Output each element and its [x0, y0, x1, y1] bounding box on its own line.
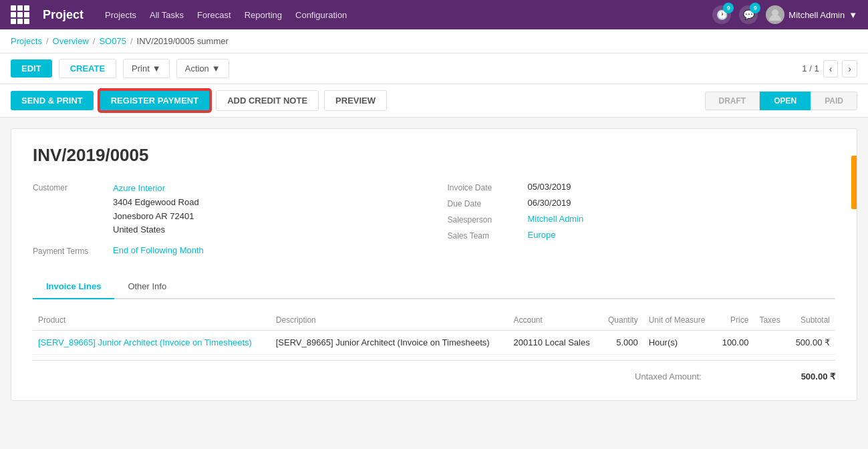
invoice-date-label: Invoice Date — [448, 182, 528, 192]
nav-forecast[interactable]: Forecast — [197, 10, 231, 20]
user-name: Mitchell Admin — [788, 10, 845, 20]
print-chevron-icon: ▼ — [152, 63, 161, 73]
preview-button[interactable]: PREVIEW — [324, 90, 387, 111]
pagination-prev-button[interactable]: ‹ — [823, 60, 839, 78]
col-account: Account — [509, 310, 601, 331]
nav-reporting[interactable]: Reporting — [245, 10, 282, 20]
row-taxes — [754, 331, 787, 355]
row-subtotal: 500.00 ₹ — [788, 331, 835, 355]
invoice-number: INV/2019/0005 — [33, 145, 835, 166]
pagination-text: 1 / 1 — [802, 63, 819, 73]
totals-table: Untaxed Amount: 500.00 ₹ — [635, 369, 835, 384]
clock-notification-btn[interactable]: 🕐 9 — [712, 5, 731, 24]
row-price: 100.00 — [714, 331, 754, 355]
col-quantity: Quantity — [600, 310, 643, 331]
col-taxes: Taxes — [754, 310, 787, 331]
payment-terms-value[interactable]: End of Following Month — [113, 245, 204, 255]
action-label: Action — [185, 63, 209, 73]
sales-team-field-row: Sales Team Europe — [448, 230, 836, 241]
salesperson-label: Salesperson — [448, 214, 528, 224]
invoice-date-field-row: Invoice Date 05/03/2019 — [448, 182, 836, 192]
breadcrumb-projects[interactable]: Projects — [11, 36, 42, 46]
print-label: Print — [132, 63, 150, 73]
add-credit-note-button[interactable]: ADD CREDIT NOTE — [216, 90, 319, 111]
card-accent — [851, 156, 857, 209]
status-steps: DRAFT OPEN PAID — [705, 92, 857, 110]
col-description: Description — [271, 310, 509, 331]
customer-label: Customer — [33, 182, 113, 192]
col-subtotal: Subtotal — [788, 310, 835, 331]
row-quantity: 5.000 — [600, 331, 643, 355]
send-print-button[interactable]: SEND & PRINT — [11, 91, 94, 110]
salesperson-value[interactable]: Mitchell Admin — [528, 214, 584, 224]
salesperson-field-row: Salesperson Mitchell Admin — [448, 214, 836, 224]
print-button[interactable]: Print ▼ — [123, 59, 170, 78]
row-description: [SERV_89665] Junior Architect (Invoice o… — [271, 331, 509, 355]
action-button[interactable]: Action ▼ — [176, 59, 229, 78]
action-bar: EDIT CREATE Print ▼ Action ▼ 1 / 1 ‹ › — [0, 53, 868, 84]
main-content: INV/2019/0005 Customer Azure Interior 34… — [0, 118, 868, 449]
app-grid-icon[interactable] — [11, 5, 29, 24]
status-paid[interactable]: PAID — [811, 92, 857, 110]
col-price: Price — [714, 310, 754, 331]
row-uom: Hour(s) — [643, 331, 715, 355]
edit-button[interactable]: EDIT — [11, 59, 52, 78]
status-open[interactable]: OPEN — [760, 92, 811, 110]
customer-address2: Jonesboro AR 72401 — [113, 210, 199, 224]
invoice-left-fields: Customer Azure Interior 3404 Edgewood Ro… — [33, 182, 421, 261]
customer-name-link[interactable]: Azure Interior — [113, 183, 165, 193]
payment-terms-field-row: Payment Terms End of Following Month — [33, 245, 421, 256]
totals-section: Untaxed Amount: 500.00 ₹ — [33, 360, 835, 384]
nav-all-tasks[interactable]: All Tasks — [150, 10, 184, 20]
breadcrumb-sep-3: / — [130, 36, 133, 46]
breadcrumb: Projects / Overview / SO075 / INV/2019/0… — [0, 29, 868, 53]
invoice-fields: Customer Azure Interior 3404 Edgewood Ro… — [33, 182, 835, 261]
nav-configuration[interactable]: Configuration — [295, 10, 347, 20]
topnav-right: 🕐 9 💬 9 Mitchell Admin ▼ — [712, 5, 857, 24]
invoice-right-fields: Invoice Date 05/03/2019 Due Date 06/30/2… — [448, 182, 836, 261]
breadcrumb-current: INV/2019/0005 summer — [137, 36, 229, 46]
breadcrumb-so075[interactable]: SO075 — [99, 36, 126, 46]
action-chevron-icon: ▼ — [212, 63, 221, 73]
breadcrumb-sep-2: / — [93, 36, 96, 46]
pagination: 1 / 1 ‹ › — [802, 60, 857, 78]
customer-value: Azure Interior 3404 Edgewood Road Jonesb… — [113, 182, 199, 237]
invoice-date-value: 05/03/2019 — [528, 182, 571, 192]
table-header-row: Product Description Account Quantity Uni… — [33, 310, 835, 331]
register-payment-button[interactable]: REGISTER PAYMENT — [99, 90, 210, 112]
tab-other-info[interactable]: Other Info — [114, 275, 180, 299]
due-date-value: 06/30/2019 — [528, 198, 571, 208]
breadcrumb-sep-1: / — [46, 36, 49, 46]
app-brand: Project — [43, 8, 84, 22]
user-dropdown-icon: ▼ — [849, 10, 857, 20]
pagination-next-button[interactable]: › — [842, 60, 857, 78]
row-product-link[interactable]: [SERV_89665] Junior Architect (Invoice o… — [38, 337, 252, 347]
user-menu-btn[interactable]: Mitchell Admin ▼ — [766, 5, 857, 24]
due-date-field-row: Due Date 06/30/2019 — [448, 198, 836, 208]
tabs-bar: Invoice Lines Other Info — [33, 275, 835, 299]
status-bar: SEND & PRINT REGISTER PAYMENT ADD CREDIT… — [0, 84, 868, 118]
untaxed-amount-value: 500.00 ₹ — [801, 371, 835, 382]
nav-projects[interactable]: Projects — [105, 10, 136, 20]
invoice-table: Product Description Account Quantity Uni… — [33, 310, 835, 355]
status-draft[interactable]: DRAFT — [705, 92, 760, 110]
sales-team-label: Sales Team — [448, 230, 528, 241]
row-product: [SERV_89665] Junior Architect (Invoice o… — [33, 331, 271, 355]
due-date-label: Due Date — [448, 198, 528, 208]
create-button[interactable]: CREATE — [59, 59, 116, 78]
payment-terms-label: Payment Terms — [33, 245, 113, 256]
customer-field-row: Customer Azure Interior 3404 Edgewood Ro… — [33, 182, 421, 237]
breadcrumb-overview[interactable]: Overview — [53, 36, 89, 46]
row-account: 200110 Local Sales — [509, 331, 601, 355]
sales-team-value[interactable]: Europe — [528, 230, 556, 240]
col-product: Product — [33, 310, 271, 331]
invoice-card: INV/2019/0005 Customer Azure Interior 34… — [11, 128, 857, 401]
messages-badge: 9 — [750, 3, 760, 13]
untaxed-amount-row: Untaxed Amount: 500.00 ₹ — [635, 369, 835, 384]
tab-invoice-lines[interactable]: Invoice Lines — [33, 275, 114, 299]
clock-badge: 9 — [723, 3, 734, 13]
messages-btn[interactable]: 💬 9 — [739, 5, 758, 24]
customer-address3: United States — [113, 223, 199, 237]
col-uom: Unit of Measure — [643, 310, 715, 331]
untaxed-amount-label: Untaxed Amount: — [635, 371, 702, 382]
